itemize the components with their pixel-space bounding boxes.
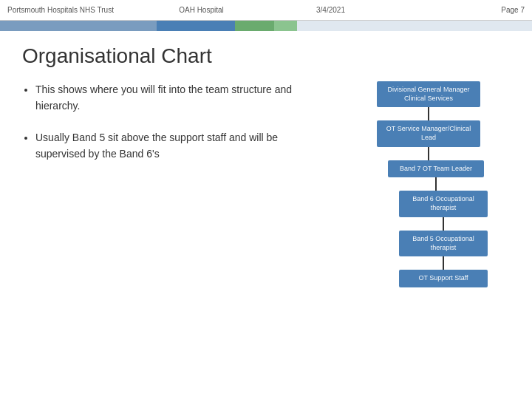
bullet-item-2: Usually Band 5 sit above the support sta…: [35, 129, 318, 163]
header-org: Portsmouth Hospitals NHS Trust: [7, 6, 137, 14]
color-seg-3: [235, 21, 274, 31]
connector-3: [435, 177, 437, 191]
page-title: Organisational Chart: [0, 31, 532, 81]
color-seg-4: [274, 21, 298, 31]
connector-4: [443, 217, 444, 231]
org-box-band7: Band 7 OT Team Leader: [388, 160, 484, 178]
org-indented-band6: Band 6 Occupational therapist Band 5 Occ…: [399, 191, 488, 287]
connector-5: [443, 256, 444, 270]
connector-1: [428, 107, 429, 120]
color-seg-2: [157, 21, 235, 31]
color-bar: [0, 21, 532, 31]
org-box-ot-service: OT Service Manager/Clinical Lead: [377, 120, 480, 146]
bullet-item-1: This shows where you will fit into the t…: [35, 81, 318, 115]
org-row-dgm: Divisional General Manager Clinical Serv…: [347, 81, 510, 120]
connector-2: [428, 147, 429, 160]
org-indented-band7: Band 7 OT Team Leader Band 6 Occupationa…: [384, 160, 488, 287]
main-content: This shows where you will fit into the t…: [0, 81, 532, 287]
org-box-support: OT Support Staff: [399, 270, 488, 287]
org-row-ot-service: OT Service Manager/Clinical Lead: [347, 120, 510, 160]
header-page: Page 7: [395, 6, 525, 14]
header-date: 3/4/2021: [266, 6, 395, 14]
org-box-band6: Band 6 Occupational therapist: [399, 191, 488, 216]
org-box-dgm: Divisional General Manager Clinical Serv…: [377, 81, 480, 107]
org-chart: Divisional General Manager Clinical Serv…: [347, 81, 510, 287]
color-seg-1: [0, 21, 157, 31]
color-seg-5: [297, 21, 532, 31]
header: Portsmouth Hospitals NHS Trust OAH Hospi…: [0, 0, 532, 21]
header-hospital: OAH Hospital: [137, 6, 266, 14]
org-box-band5: Band 5 Occupational therapist: [399, 231, 488, 256]
bullet-section: This shows where you will fit into the t…: [22, 81, 318, 287]
